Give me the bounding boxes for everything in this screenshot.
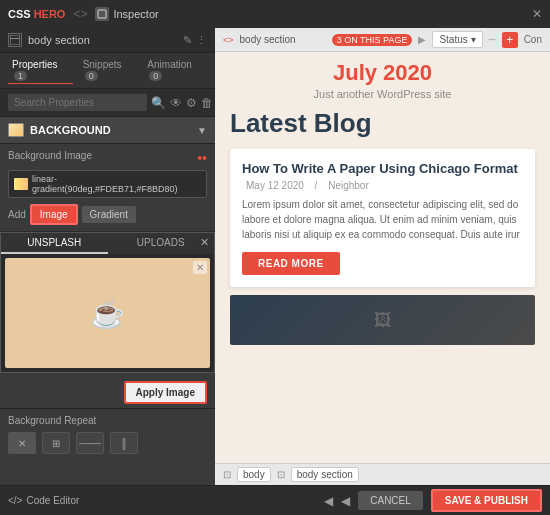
add-btn[interactable]: + <box>502 32 518 48</box>
repeat-y-option[interactable]: ║ <box>110 432 138 454</box>
separator-icon: <> <box>73 7 87 21</box>
top-bar-right: ✕ <box>532 7 542 21</box>
collapse-arrow-icon[interactable]: ▼ <box>197 125 207 136</box>
arrow-left-icon[interactable]: ◀ <box>324 494 333 508</box>
body-section-tag[interactable]: body section <box>291 467 359 482</box>
background-repeat-section: Background Repeat ✕ ⊞ ─── ║ <box>0 409 215 460</box>
blog-date: May 12 2020 <box>246 180 304 191</box>
site-header: July 2020 Just another WordPress site <box>215 52 550 108</box>
meta-separator: / <box>315 180 318 191</box>
tab-properties[interactable]: Properties 1 <box>8 57 73 84</box>
strip-image-icon: 🖼 <box>374 310 392 331</box>
save-publish-btn[interactable]: SAVE & PUBLISH <box>431 489 542 512</box>
preview-bottom-bar: ⊡ body ⊡ body section <box>215 463 550 485</box>
add-label: Add <box>8 209 26 220</box>
code-editor-label: </> Code Editor <box>8 495 79 506</box>
con-label: Con <box>524 34 542 45</box>
close-top-icon[interactable]: ✕ <box>532 7 542 21</box>
image-inner-close[interactable]: ✕ <box>193 261 207 274</box>
repeat-both-option[interactable]: ⊞ <box>42 432 70 454</box>
top-bar: CSSHERO <> Inspector ✕ <box>0 0 550 28</box>
svg-rect-0 <box>98 10 106 18</box>
layout-icon-2: ⊡ <box>277 469 285 480</box>
status-dropdown[interactable]: Status ▾ <box>432 31 482 48</box>
inspector-tab[interactable]: Inspector <box>95 7 158 21</box>
divider: ─ <box>489 34 496 45</box>
search-icon[interactable]: 🔍 <box>151 96 166 110</box>
logo-css: CSS <box>8 8 31 20</box>
layout-icon: ⊡ <box>223 469 231 480</box>
search-input[interactable] <box>8 94 147 111</box>
site-subtitle: Just another WordPress site <box>230 88 535 100</box>
body-tag[interactable]: body <box>237 467 271 482</box>
repeat-x-option[interactable]: ─── <box>76 432 104 454</box>
latest-blog-title: Latest Blog <box>230 108 535 139</box>
arrow-right-icon[interactable]: ◀ <box>341 494 350 508</box>
background-image-section: Background Image •• linear-gradient(90de… <box>0 144 215 232</box>
image-gradient-row: Add Image Gradient <box>8 204 207 225</box>
gradient-input[interactable]: linear-gradient(90deg,#FDEB71,#F8BD80) <box>8 170 207 198</box>
blog-card: How To Write A Paper Using Chicago Forma… <box>230 149 535 287</box>
uploads-tab[interactable]: UPLOADS <box>108 233 215 254</box>
trash-icon[interactable]: 🗑 <box>201 96 213 110</box>
preview-section-name: body section <box>240 34 326 45</box>
search-icons: 🔍 👁 ⚙ 🗑 <box>151 96 213 110</box>
section-actions: ✎ ⋮ <box>183 34 207 47</box>
more-section-btn[interactable]: ⋮ <box>196 34 207 47</box>
blog-excerpt: Lorem ipsum dolor sit amet, consectetur … <box>242 197 523 242</box>
left-panel: body section ✎ ⋮ Properties 1 Snippets 0… <box>0 28 215 485</box>
image-area: ☕ ✕ <box>5 258 210 368</box>
blog-post-title: How To Write A Paper Using Chicago Forma… <box>242 161 523 176</box>
blog-category: Neighbor <box>328 180 369 191</box>
properties-tabs: Properties 1 Snippets 0 Animation 0 <box>0 53 215 89</box>
read-more-btn[interactable]: READ MORE <box>242 252 340 275</box>
settings-icon[interactable]: ⚙ <box>186 96 197 110</box>
apply-image-row: Apply Image <box>0 377 215 409</box>
main-content: body section ✎ ⋮ Properties 1 Snippets 0… <box>0 28 550 485</box>
section-selector: body section ✎ ⋮ <box>0 28 215 53</box>
bg-repeat-label: Background Repeat <box>8 415 207 426</box>
coffee-image: ☕ <box>90 297 125 330</box>
apply-image-btn[interactable]: Apply Image <box>124 381 207 404</box>
uploader-tabs: UNSPLASH UPLOADS ✕ <box>1 233 214 254</box>
inspector-icon <box>95 7 109 21</box>
blog-meta: May 12 2020 / Neighbor <box>242 180 523 191</box>
image-uploader: UNSPLASH UPLOADS ✕ ☕ ✕ <box>0 232 215 373</box>
edit-section-btn[interactable]: ✎ <box>183 34 192 47</box>
preview-url-icon: <> <box>223 35 234 45</box>
section-name-label: body section <box>28 34 177 46</box>
code-icon: </> <box>8 495 22 506</box>
tab-animation[interactable]: Animation 0 <box>143 57 207 84</box>
bottom-bar: </> Code Editor ◀ ◀ CANCEL SAVE & PUBLIS… <box>0 485 550 515</box>
background-color-icon <box>8 123 24 137</box>
eye-icon[interactable]: 👁 <box>170 96 182 110</box>
preview-top-bar: <> body section 3 ON THIS PAGE ▶ Status … <box>215 28 550 52</box>
app-logo: CSSHERO <box>8 8 65 20</box>
image-tab-btn[interactable]: Image <box>30 204 78 225</box>
gradient-tab-btn[interactable]: Gradient <box>82 206 136 223</box>
repeat-vertical-icon: ║ <box>120 438 127 449</box>
bg-image-dots: •• <box>197 150 207 166</box>
on-this-page-badge: 3 ON THIS PAGE <box>332 34 413 46</box>
site-title: July 2020 <box>230 60 535 86</box>
tab-snippets[interactable]: Snippets 0 <box>79 57 138 84</box>
uploader-close-icon[interactable]: ✕ <box>200 236 209 249</box>
gradient-value: linear-gradient(90deg,#FDEB71,#F8BD80) <box>32 174 201 194</box>
bg-image-label-row: Background Image •• <box>8 150 207 166</box>
unsplash-tab[interactable]: UNSPLASH <box>1 233 108 254</box>
background-label: BACKGROUND <box>30 124 191 136</box>
cancel-btn[interactable]: CANCEL <box>358 491 423 510</box>
search-bar: 🔍 👁 ⚙ 🗑 <box>0 89 215 117</box>
preview-content: Latest Blog How To Write A Paper Using C… <box>215 108 550 355</box>
svg-rect-1 <box>10 35 20 45</box>
repeat-x-icon: ✕ <box>18 438 26 449</box>
background-section-header[interactable]: BACKGROUND ▼ <box>0 117 215 144</box>
dropdown-arrow-icon: ▾ <box>471 34 476 45</box>
repeat-horizontal-icon: ─── <box>79 438 100 449</box>
logo-hero: HERO <box>34 8 66 20</box>
repeat-options: ✕ ⊞ ─── ║ <box>8 432 207 454</box>
repeat-none-option[interactable]: ✕ <box>8 432 36 454</box>
repeat-grid-icon: ⊞ <box>52 438 60 449</box>
section-icon <box>8 33 22 47</box>
bottom-image-strip: 🖼 <box>230 295 535 345</box>
